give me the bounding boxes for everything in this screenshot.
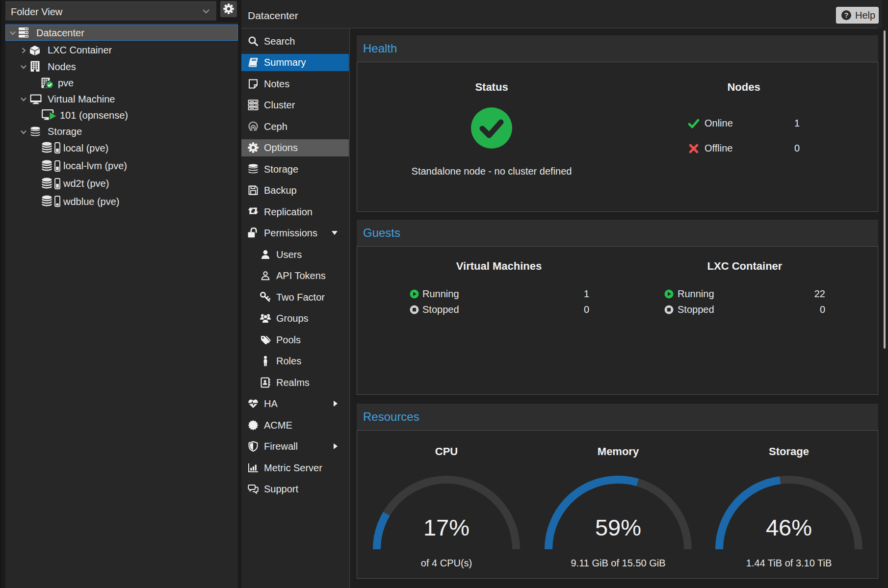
svg-text:?: ?: [844, 11, 848, 19]
